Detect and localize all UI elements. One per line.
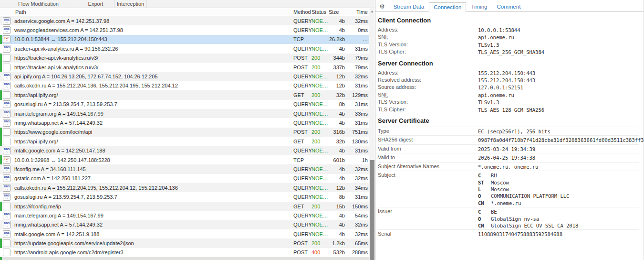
flow-row[interactable]: DNS⇔gosuslugi.ru A = 213.59.254.7, 213.5… (0, 192, 369, 201)
flow-row[interactable]: DNS⇔mtalk.google.com A = 142.251.9.188QU… (0, 229, 369, 238)
pair-value: COMMUNICATION PLATFORM LLC (491, 193, 569, 199)
flow-path: mtalk.google.com A = 142.251.9.188 (13, 231, 293, 237)
flow-row[interactable]: DNS⇔mmg.whatsapp.net A = 57.144.249.32QU… (0, 118, 369, 127)
tab-stream-data[interactable]: Stream Data (389, 2, 429, 11)
protocol-label: DNS (4, 194, 10, 197)
flow-row[interactable]: DNS⇔mtalk.google.com A = 142.250.147.188… (0, 146, 369, 155)
tab-comment[interactable]: Comment (492, 2, 526, 11)
flow-status: 200 (312, 129, 329, 135)
flow-path: www.googleadservices.com A = 142.251.37.… (13, 27, 293, 33)
arrows-icon: ⇔ (5, 169, 9, 172)
flow-path: https://www.google.com/loc/m/api (13, 129, 293, 135)
flow-row[interactable]: DNS⇔tracker-api.vk-analytics.ru A = 90.1… (0, 44, 369, 53)
arrows-icon: ⇔ (5, 178, 9, 181)
cert-name-pair: CN*.oneme.ru (478, 200, 569, 206)
flow-row[interactable]: DNS⇔adservice.google.com A = 142.251.37.… (0, 16, 369, 25)
flow-size: 4b (329, 148, 348, 153)
flow-method: GET (293, 92, 312, 98)
flow-size: 4b (329, 222, 348, 228)
detail-row: Source address:127.0.0.1:52151 (378, 84, 639, 91)
flow-row[interactable]: https://tracker-api.vk-analytics.ru/v3/P… (0, 54, 369, 63)
arrows-icon: ⇔ (5, 104, 9, 107)
toolbar-tab-flow-modification[interactable]: Flow Modification (0, 0, 77, 8)
detail-label: Issuer (378, 208, 478, 229)
flow-size: 1.2kb (329, 240, 348, 246)
detail-value: CBEOGlobalSign nv-saCNGlobalSign ECC OV … (478, 208, 578, 229)
flow-size: 601b (329, 157, 348, 163)
flow-status: NOERROR (312, 231, 329, 237)
flow-row[interactable]: DNS⇔mmg.whatsapp.net A = 57.144.249.32QU… (0, 220, 369, 229)
protocol-label: DNS (4, 148, 10, 151)
flow-row[interactable]: DNS⇔ifconfig.me A = 34.160.111.145QUERYN… (0, 164, 369, 173)
flow-time: 150ms (348, 204, 369, 209)
toolbar-tab-interception[interactable]: Interception (114, 0, 147, 8)
flow-row[interactable]: https://www.google.com/loc/m/apiPOST2003… (0, 128, 369, 137)
tab-connection[interactable]: Connection (429, 2, 466, 12)
scroll-up-icon[interactable]: ▲ (369, 8, 375, 14)
flow-method: QUERY (293, 166, 312, 172)
toolbar-tabs: Flow ModificationExportInterception (0, 0, 375, 8)
detail-row: Valid to2026-04-25 19:34:38 (378, 153, 639, 162)
detail-label-text: TLS Version: (378, 42, 408, 47)
flow-row[interactable]: DNS⇔main.telegram.org A = 149.154.167.99… (0, 109, 369, 118)
detail-label: Address: (378, 26, 478, 33)
flow-row[interactable]: DNS⇔www.googleadservices.com A = 142.251… (0, 25, 369, 34)
flow-row[interactable]: DNS⇔main.telegram.org A = 149.154.167.99… (0, 211, 369, 220)
protocol-label: DNS (4, 222, 10, 225)
column-status[interactable]: Status (312, 9, 329, 15)
partial-next-row (0, 257, 369, 260)
tab-timing[interactable]: Timing (466, 2, 492, 11)
gear-icon[interactable]: ⚙ (379, 3, 385, 10)
toolbar-tab-spacer (147, 0, 275, 8)
http-icon (3, 203, 10, 210)
detail-row: SubjectCRUSTMoscowLMoscowOCOMMUNICATION … (378, 171, 639, 207)
flow-size: 4b (329, 213, 348, 218)
detail-row: Valid from2025-03-24 19:34:39 (378, 144, 639, 153)
flow-row[interactable]: https://update.googleapis.com/service/up… (0, 238, 369, 248)
scrollbar-thumb[interactable] (370, 160, 374, 260)
protocol-label: TCP (4, 37, 9, 40)
flow-row[interactable]: DNS⇔calls.okcdn.ru A = 155.212.204.195, … (0, 183, 369, 192)
flow-size: 4b (329, 46, 348, 52)
section-title: Server Connection (378, 60, 639, 67)
dns-icon: DNS⇔ (3, 119, 10, 127)
flow-time: 751ms (348, 129, 369, 135)
flow-path: main.telegram.org A = 149.154.167.99 (13, 213, 293, 218)
detail-row: SHA256 digest0987f8a0d4f710b7f41d28cbe31… (378, 135, 639, 144)
detail-label: Address: (378, 69, 478, 76)
detail-value: 2025-03-24 19:34:39 (478, 145, 535, 152)
flow-size: 316b (329, 129, 348, 135)
dns-icon: DNS⇔ (3, 82, 10, 89)
flow-row[interactable]: DNS⇔api.ipify.org A = 104.26.13.205, 172… (0, 72, 369, 81)
flow-row[interactable]: https://api.ipify.org/GET20032b129ms (0, 90, 369, 99)
column-size[interactable]: Size (329, 9, 348, 15)
flow-status: NOERROR (312, 46, 329, 52)
flow-row[interactable]: DNS⇔calls.okcdn.ru A = 155.212.204.136, … (0, 81, 369, 90)
column-path[interactable]: Path (14, 9, 293, 15)
column-method[interactable]: Method (293, 9, 312, 15)
detail-label-text: Valid from (378, 146, 401, 152)
flow-row[interactable]: DNS⇔gstatic.com A = 142.250.181.227QUERY… (0, 174, 369, 183)
flow-time: 32ms (348, 222, 369, 228)
arrows-icon: ⇔ (5, 196, 9, 200)
flow-table-scrollbar[interactable]: ▲ (369, 8, 375, 260)
detail-label: SHA256 digest (378, 136, 478, 143)
flow-row[interactable]: https://tracker-api.vk-analytics.ru/v3/P… (0, 63, 369, 72)
flow-row[interactable]: https://api.ipify.org/GET20032b130ms (0, 137, 369, 146)
flow-row[interactable]: https://android.apis.google.com/c2dm/reg… (0, 248, 369, 257)
connection-tab-content: Client ConnectionAddress:10.0.0.1:53844S… (375, 12, 644, 238)
flow-row[interactable]: https://ifconfig.me/ipGET20015b150ms (0, 202, 369, 211)
http-icon (3, 54, 10, 62)
section-title: Client Connection (378, 17, 639, 24)
flow-row[interactable]: TCP⇔10.0.0.1:53844 ↔ 155.212.204.150:443… (0, 35, 369, 44)
flow-path: https://tracker-api.vk-analytics.ru/v3/ (13, 65, 293, 70)
detail-value: 155.212.204.150:443 (478, 69, 535, 76)
tcp-icon: TCP⇔ (3, 35, 10, 43)
flow-status: 200 (312, 92, 329, 98)
flow-row[interactable]: DNS⇔gosuslugi.ru A = 213.59.254.7, 213.5… (0, 100, 369, 109)
flow-row[interactable]: TCP⇔10.0.0.1:32968 ↔ 142.250.147.188:522… (0, 155, 369, 164)
cert-name-pair: STMoscow (478, 179, 569, 186)
detail-row: SNI:api.oneme.ru (378, 91, 639, 98)
toolbar-tab-export[interactable]: Export (77, 0, 114, 8)
column-time[interactable]: Time (348, 9, 369, 15)
